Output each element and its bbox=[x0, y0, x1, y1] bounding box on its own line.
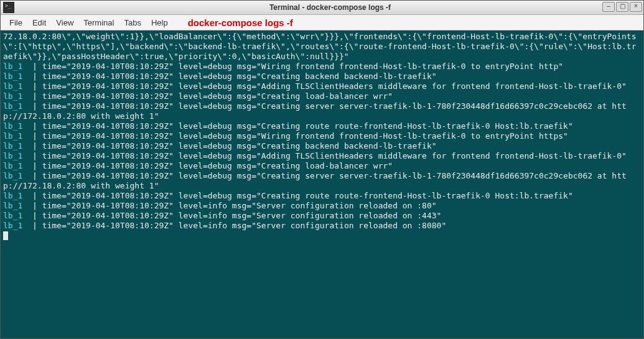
log-separator: | bbox=[22, 72, 42, 81]
minimize-button[interactable]: – bbox=[602, 2, 615, 12]
log-line: lb_1 | time="2019-04-10T08:10:29Z" level… bbox=[3, 121, 641, 131]
log-separator: | bbox=[22, 62, 42, 71]
service-name: lb_1 bbox=[3, 151, 22, 160]
log-separator: | bbox=[22, 201, 42, 210]
annotation-text: docker-compose logs -f bbox=[188, 17, 293, 28]
menu-file[interactable]: File bbox=[4, 17, 27, 29]
log-message: time="2019-04-10T08:10:29Z" level=info m… bbox=[42, 221, 447, 230]
close-button[interactable]: × bbox=[630, 2, 642, 12]
service-name: lb_1 bbox=[3, 201, 22, 210]
terminal-output[interactable]: 72.18.0.2:80\",\"weight\":1}},\"loadBala… bbox=[1, 30, 643, 338]
window-title: Terminal - docker-compose logs -f bbox=[17, 3, 643, 12]
log-line: lb_1 | time="2019-04-10T08:10:29Z" level… bbox=[3, 201, 641, 211]
log-separator: | bbox=[22, 141, 42, 151]
log-separator: | bbox=[22, 151, 42, 160]
log-message: time="2019-04-10T08:10:29Z" level=info m… bbox=[42, 201, 437, 210]
service-name: lb_1 bbox=[3, 191, 22, 200]
log-message: time="2019-04-10T08:10:29Z" level=debug … bbox=[42, 141, 437, 151]
service-name: lb_1 bbox=[3, 171, 22, 180]
log-message: time="2019-04-10T08:10:29Z" level=debug … bbox=[42, 81, 627, 91]
cursor bbox=[3, 231, 8, 240]
log-message: time="2019-04-10T08:10:29Z" level=debug … bbox=[42, 62, 563, 71]
service-name: lb_1 bbox=[3, 62, 22, 71]
log-message: time="2019-04-10T08:10:29Z" level=debug … bbox=[42, 121, 573, 131]
maximize-button[interactable]: ▢ bbox=[616, 2, 628, 12]
window-controls: – ▢ × bbox=[601, 2, 642, 12]
menu-terminal[interactable]: Terminal bbox=[78, 17, 119, 29]
log-message: time="2019-04-10T08:10:29Z" level=debug … bbox=[42, 72, 437, 81]
menu-view[interactable]: View bbox=[51, 17, 78, 29]
log-line: lb_1 | time="2019-04-10T08:10:29Z" level… bbox=[3, 81, 641, 91]
log-line: lb_1 | time="2019-04-10T08:10:29Z" level… bbox=[3, 161, 641, 171]
log-separator: | bbox=[22, 211, 42, 220]
log-message: time="2019-04-10T08:10:29Z" level=info m… bbox=[42, 211, 442, 220]
log-separator: | bbox=[22, 101, 42, 111]
log-message: time="2019-04-10T08:10:29Z" level=debug … bbox=[42, 91, 393, 101]
menubar: File Edit View Terminal Tabs Help docker… bbox=[1, 15, 643, 30]
menu-tabs[interactable]: Tabs bbox=[119, 17, 146, 29]
service-name: lb_1 bbox=[3, 91, 22, 101]
log-line: lb_1 | time="2019-04-10T08:10:29Z" level… bbox=[3, 171, 641, 191]
service-name: lb_1 bbox=[3, 211, 22, 220]
log-message: time="2019-04-10T08:10:29Z" level=debug … bbox=[3, 171, 627, 190]
log-line: lb_1 | time="2019-04-10T08:10:29Z" level… bbox=[3, 62, 641, 72]
service-name: lb_1 bbox=[3, 72, 22, 81]
log-separator: | bbox=[22, 131, 42, 141]
log-line: lb_1 | time="2019-04-10T08:10:29Z" level… bbox=[3, 221, 641, 231]
log-separator: | bbox=[22, 171, 42, 180]
log-separator: | bbox=[22, 91, 42, 101]
log-line: lb_1 | time="2019-04-10T08:10:29Z" level… bbox=[3, 211, 641, 221]
log-separator: | bbox=[22, 81, 42, 91]
log-line: lb_1 | time="2019-04-10T08:10:29Z" level… bbox=[3, 141, 641, 151]
service-name: lb_1 bbox=[3, 101, 22, 111]
service-name: lb_1 bbox=[3, 121, 22, 131]
log-line: lb_1 | time="2019-04-10T08:10:29Z" level… bbox=[3, 91, 641, 101]
log-message: time="2019-04-10T08:10:29Z" level=debug … bbox=[3, 101, 627, 121]
log-line: lb_1 | time="2019-04-10T08:10:29Z" level… bbox=[3, 151, 641, 161]
log-separator: | bbox=[22, 191, 42, 200]
log-message: time="2019-04-10T08:10:29Z" level=debug … bbox=[42, 191, 573, 200]
log-line: lb_1 | time="2019-04-10T08:10:29Z" level… bbox=[3, 72, 641, 81]
log-message: time="2019-04-10T08:10:29Z" level=debug … bbox=[42, 161, 393, 170]
log-message: time="2019-04-10T08:10:29Z" level=debug … bbox=[42, 151, 627, 160]
service-name: lb_1 bbox=[3, 141, 22, 151]
menu-help[interactable]: Help bbox=[146, 17, 173, 29]
log-line: 72.18.0.2:80\",\"weight\":1}},\"loadBala… bbox=[3, 32, 641, 62]
service-name: lb_1 bbox=[3, 221, 22, 230]
log-message: time="2019-04-10T08:10:29Z" level=debug … bbox=[42, 131, 568, 141]
log-line: lb_1 | time="2019-04-10T08:10:29Z" level… bbox=[3, 131, 641, 141]
log-line: lb_1 | time="2019-04-10T08:10:29Z" level… bbox=[3, 191, 641, 201]
log-line: lb_1 | time="2019-04-10T08:10:29Z" level… bbox=[3, 101, 641, 121]
log-separator: | bbox=[22, 221, 42, 230]
menu-edit[interactable]: Edit bbox=[27, 17, 51, 29]
log-separator: | bbox=[22, 161, 42, 170]
service-name: lb_1 bbox=[3, 81, 22, 91]
log-separator: | bbox=[22, 121, 42, 131]
service-name: lb_1 bbox=[3, 161, 22, 170]
terminal-icon bbox=[3, 2, 14, 13]
service-name: lb_1 bbox=[3, 131, 22, 141]
terminal-window: Terminal - docker-compose logs -f – ▢ × … bbox=[0, 0, 644, 339]
titlebar: Terminal - docker-compose logs -f – ▢ × bbox=[1, 1, 643, 15]
